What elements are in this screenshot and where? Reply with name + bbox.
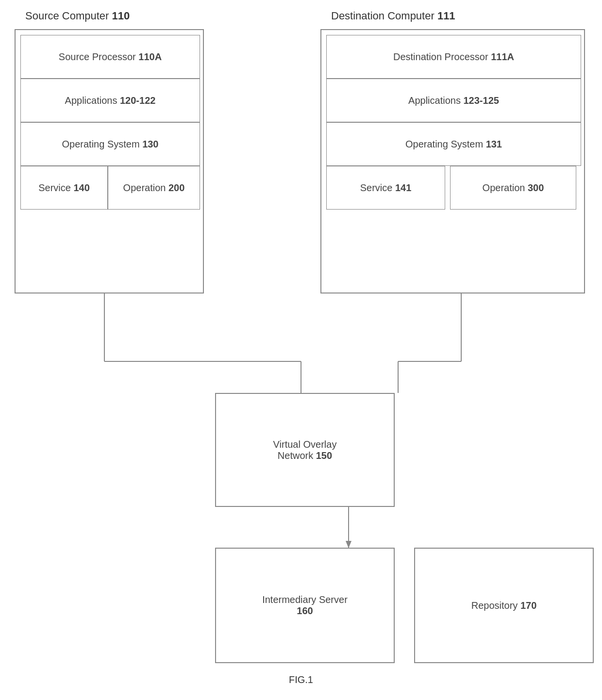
source-service-label: Service 140 [38, 182, 90, 194]
source-computer-label: Source Computer 110 [25, 10, 130, 22]
destination-computer-label: Destination Computer 111 [331, 10, 455, 22]
destination-processor-label: Destination Processor 111A [393, 51, 514, 63]
diagram: Source Computer 110 Source Processor 110… [0, 0, 602, 700]
svg-marker-7 [346, 541, 351, 548]
intermediary-server-box: Intermediary Server160 [215, 548, 395, 663]
destination-apps-box: Applications 123-125 [326, 79, 581, 122]
source-os-label: Operating System 130 [62, 139, 159, 150]
destination-os-box: Operating System 131 [326, 122, 581, 166]
destination-os-label: Operating System 131 [405, 139, 502, 150]
source-operation-box: Operation 200 [108, 166, 200, 210]
repository-box: Repository 170 [414, 548, 594, 663]
source-apps-box: Applications 120-122 [20, 79, 200, 122]
destination-operation-label: Operation 300 [483, 182, 544, 194]
destination-service-label: Service 141 [360, 182, 412, 194]
intermediary-label: Intermediary Server160 [262, 594, 348, 617]
source-operation-label: Operation 200 [123, 182, 185, 194]
destination-operation-box: Operation 300 [450, 166, 576, 210]
source-computer-box: Source Computer 110 Source Processor 110… [15, 29, 204, 293]
repository-label: Repository 170 [471, 600, 537, 611]
destination-service-box: Service 141 [326, 166, 445, 210]
source-apps-label: Applications 120-122 [65, 95, 156, 106]
destination-apps-label: Applications 123-125 [408, 95, 499, 106]
network-label: Virtual OverlayNetwork 150 [273, 439, 337, 461]
figure-label: FIG.1 [0, 674, 602, 685]
destination-computer-box: Destination Computer 111 Destination Pro… [320, 29, 585, 293]
source-os-box: Operating System 130 [20, 122, 200, 166]
destination-processor-box: Destination Processor 111A [326, 35, 581, 79]
source-processor-box: Source Processor 110A [20, 35, 200, 79]
source-service-box: Service 140 [20, 166, 108, 210]
source-processor-label: Source Processor 110A [59, 51, 162, 63]
virtual-overlay-network-box: Virtual OverlayNetwork 150 [215, 393, 395, 507]
